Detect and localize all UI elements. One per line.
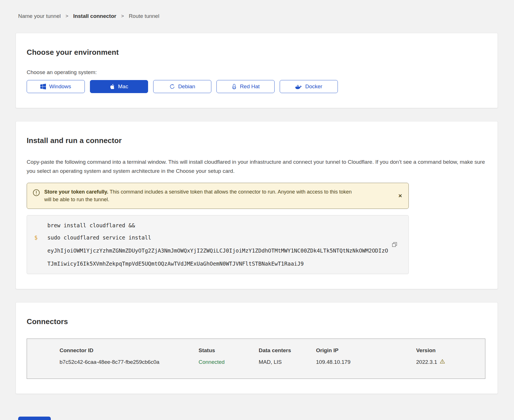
- brew-command: brew install cloudflared &&: [47, 222, 135, 229]
- tunnel-setup-page: Name your tunnel > Install connector > R…: [0, 0, 514, 420]
- breadcrumb-separator: >: [121, 13, 124, 19]
- col-header-connector-id: Connector ID: [60, 347, 199, 354]
- os-button-label: Debian: [178, 83, 195, 90]
- install-connector-card: Install and run a connector Copy-paste t…: [16, 121, 498, 289]
- shell-prompt: $: [34, 234, 47, 267]
- breadcrumb-name-your-tunnel[interactable]: Name your tunnel: [18, 13, 61, 19]
- docker-whale-icon: [295, 84, 302, 89]
- table-row: b7c52c42-6caa-48ee-8c77-fbe259cb6c0a Con…: [60, 359, 485, 366]
- os-button-group: Windows Mac Debian Red Hat: [27, 80, 485, 93]
- os-select-label: Choose an operating system:: [27, 69, 485, 75]
- version-value: 2022.3.1: [416, 359, 485, 366]
- col-header-status: Status: [199, 347, 259, 354]
- os-button-mac[interactable]: Mac: [90, 80, 148, 93]
- status-badge: Connected: [199, 359, 259, 365]
- service-install-command: sudo cloudflared service install eyJhIjo…: [47, 234, 388, 267]
- copy-icon[interactable]: [390, 240, 399, 249]
- origin-ip-value: 109.48.10.179: [316, 359, 416, 365]
- os-button-label: Mac: [118, 83, 128, 90]
- warning-message: Store your token carefully. This command…: [44, 188, 355, 203]
- warning-message-bold: Store your token carefully.: [44, 189, 108, 195]
- col-header-data-centers: Data centers: [259, 347, 316, 354]
- breadcrumb-install-connector[interactable]: Install connector: [73, 13, 116, 19]
- token-line-2: TJmIiwicyI6Ik5XVmhZekpqTmpVdE5UQmtOQzAwT…: [47, 261, 304, 267]
- col-header-version: Version: [416, 347, 485, 354]
- col-header-origin-ip: Origin IP: [316, 347, 416, 354]
- debian-swirl-icon: [169, 84, 175, 89]
- next-button[interactable]: Next: [18, 417, 51, 420]
- os-button-windows[interactable]: Windows: [27, 80, 85, 93]
- token-warning-banner: Store your token carefully. This command…: [27, 183, 409, 209]
- code-line-service-install: $ sudo cloudflared service install eyJhI…: [34, 234, 401, 267]
- card-title: Install and run a connector: [27, 136, 485, 145]
- install-command-block: brew install cloudflared && $ sudo cloud…: [27, 215, 409, 274]
- connectors-card: Connectors Connector ID Status Data cent…: [16, 302, 498, 394]
- prompt-spacer: [34, 222, 47, 229]
- windows-logo-icon: [40, 84, 46, 89]
- os-button-debian[interactable]: Debian: [153, 80, 211, 93]
- breadcrumb: Name your tunnel > Install connector > R…: [18, 13, 498, 19]
- linux-penguin-icon: [231, 84, 237, 90]
- alert-circle-icon: [33, 189, 40, 198]
- os-button-label: Docker: [305, 83, 322, 90]
- os-button-docker[interactable]: Docker: [280, 80, 338, 93]
- close-icon[interactable]: ✕: [397, 192, 404, 200]
- breadcrumb-route-tunnel[interactable]: Route tunnel: [129, 13, 159, 19]
- breadcrumb-separator: >: [66, 13, 68, 19]
- connector-id-value: b7c52c42-6caa-48ee-8c77-fbe259cb6c0a: [60, 359, 199, 365]
- data-centers-value: MAD, LIS: [259, 359, 316, 365]
- token-line-1: eyJhIjoiOWM1YjczYzhmZGNmZDUyOTg2ZjA3NmJm…: [47, 247, 388, 254]
- connectors-table: Connector ID Status Data centers Origin …: [27, 339, 485, 379]
- os-button-redhat[interactable]: Red Hat: [216, 80, 275, 93]
- choose-environment-card: Choose your environment Choose an operat…: [16, 33, 498, 108]
- install-description: Copy-paste the following command into a …: [27, 158, 485, 175]
- code-line-brew: brew install cloudflared &&: [34, 222, 401, 229]
- os-button-label: Windows: [49, 83, 71, 90]
- table-header-row: Connector ID Status Data centers Origin …: [60, 347, 485, 354]
- warning-triangle-icon: [440, 359, 445, 366]
- card-title: Connectors: [27, 317, 485, 326]
- version-number: 2022.3.1: [416, 359, 437, 365]
- os-button-label: Red Hat: [240, 83, 260, 90]
- command-text: sudo cloudflared service install: [47, 234, 151, 241]
- card-title: Choose your environment: [27, 48, 485, 57]
- apple-logo-icon: [110, 84, 115, 90]
